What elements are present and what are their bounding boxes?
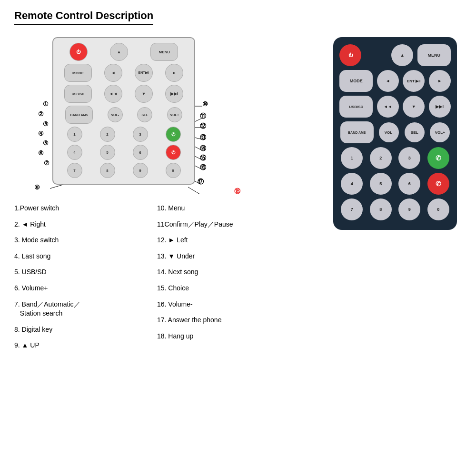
diag-left-btn[interactable]: ◄ [104,64,122,82]
desc-4: 4. Last song [14,252,138,261]
diag-9-btn[interactable]: 9 [133,163,148,178]
r-6-btn[interactable]: 6 [398,173,420,195]
desc-left: 1.Power switch 2. ◄ Right 3. Mode switch… [14,204,138,357]
r-9-btn[interactable]: 9 [398,198,420,220]
desc-15: 15. Choice [157,284,281,293]
label-12: ⑫ [200,122,206,130]
diag-up-btn[interactable]: ▲ [110,43,128,61]
r-4-btn[interactable]: 4 [341,173,363,195]
r-down-btn[interactable]: ▼ [403,96,425,118]
r-0-btn[interactable]: 0 [427,198,449,220]
r-2-btn[interactable]: 2 [370,147,392,169]
diag-hangup-btn[interactable]: ✆ [166,145,181,160]
r-menu-btn[interactable]: MENU [417,44,451,66]
desc-11: 11Confirm／Play／Pause [157,220,281,229]
r-3-btn[interactable]: 3 [398,147,420,169]
diag-5-btn[interactable]: 5 [100,145,115,160]
diag-3-btn[interactable]: 3 [133,127,148,142]
label-1: ① [43,100,49,108]
diag-1-btn[interactable]: 1 [67,127,82,142]
label-5: ⑤ [43,139,49,147]
label-16: ⑯ [200,163,206,172]
diag-prev-btn[interactable]: ◄◄ [104,85,122,103]
label-14: ⑭ [200,144,206,153]
desc-8: 8. Digital key [14,325,138,335]
diag-sel-btn[interactable]: SEL [137,107,152,122]
diag-ent-btn[interactable]: ENT▶II [135,64,153,82]
desc-6: 6. Volume+ [14,284,138,293]
desc-3: 3. Mode switch [14,236,138,245]
desc-5: 5. USB/SD [14,268,138,277]
r-7-btn[interactable]: 7 [341,198,363,220]
diag-down-btn[interactable]: ▼ [135,85,153,103]
r-1-btn[interactable]: 1 [341,147,363,169]
diag-4-btn[interactable]: 4 [67,145,82,160]
diag-8-btn[interactable]: 8 [100,163,115,178]
label-13: ⑬ [200,133,206,142]
label-17: ⑰ [198,178,204,186]
label-8: ⑧ [34,184,40,191]
r-ent-btn[interactable]: ENT ▶II [403,70,425,92]
diag-2-btn[interactable]: 2 [100,127,115,142]
diag-usbsd-btn[interactable]: USB/SD [64,85,92,103]
r-up-btn[interactable]: ▲ [391,44,413,66]
r-answer-btn[interactable]: ✆ [427,147,449,169]
desc-12: 12. ► Left [157,236,281,245]
diag-power-btn[interactable]: ⏻ [69,43,88,61]
diag-right-btn[interactable]: ► [165,64,183,82]
r-volp-btn[interactable]: VOL+ [430,122,450,142]
r-sel-btn[interactable]: SEL [405,122,425,142]
desc-13: 13. ▼ Under [157,252,281,261]
r-prev-btn[interactable]: ◄◄ [377,96,399,118]
diag-menu-btn[interactable]: MENU [150,43,178,61]
desc-10: 10. Menu [157,204,281,213]
r-right-btn[interactable]: ► [429,70,451,92]
r-band-btn[interactable]: BAND AMS [340,121,374,143]
label-6: ⑥ [38,149,44,157]
diag-answer-btn[interactable]: ✆ [166,127,181,142]
r-left-btn[interactable]: ◄ [377,70,399,92]
diag-next-btn[interactable]: ▶▶I [165,85,183,103]
label-2: ② [38,110,44,118]
diag-band-btn[interactable]: BAND AMS [65,106,93,124]
desc-9: 9. ▲ UP [14,341,138,350]
desc-right: 10. Menu 11Confirm／Play／Pause 12. ► Left… [157,204,281,357]
label-3: ③ [43,120,49,128]
desc-14: 14. Next song [157,268,281,277]
svg-line-17 [188,187,200,194]
desc-1: 1.Power switch [14,204,138,213]
diag-0-btn[interactable]: 0 [166,163,181,178]
r-volm-btn[interactable]: VOL- [379,122,399,142]
r-mode-btn[interactable]: MODE [339,70,373,92]
r-power-btn[interactable]: ⏻ [339,44,361,66]
real-remote-section: ⏻ ▲ MENU MODE ◄ ENT ▶II ► USB/SD ◄◄ ▼ [328,37,462,357]
diag-mode-btn[interactable]: MODE [64,64,92,82]
page-title: Remote Control Description [14,10,153,25]
diag-7-btn[interactable]: 7 [67,163,82,178]
r-next-btn[interactable]: ▶▶I [429,96,451,118]
desc-7: 7. Band／Automatic／ Station search [14,300,138,318]
diag-volp-btn[interactable]: VOL+ [167,107,182,122]
desc-2: 2. ◄ Right [14,220,138,229]
r-8-btn[interactable]: 8 [370,198,392,220]
diag-6-btn[interactable]: 6 [133,145,148,160]
desc-18: 18. Hang up [157,332,281,341]
desc-17: 17. Answer the phone [157,316,281,325]
label-18: ⑱ [234,187,240,196]
label-15: ⑮ [200,154,206,162]
label-7: ⑦ [44,159,50,167]
r-5-btn[interactable]: 5 [370,173,392,195]
real-remote: ⏻ ▲ MENU MODE ◄ ENT ▶II ► USB/SD ◄◄ ▼ [333,37,457,230]
desc-16: 16. Volume- [157,300,281,309]
diag-volm-btn[interactable]: VOL- [108,107,123,122]
r-usbsd-btn[interactable]: USB/SD [339,96,373,118]
label-11: ⑪ [200,112,206,120]
r-hangup-btn[interactable]: ✆ [427,173,449,195]
label-10: ⑩ [202,100,208,108]
label-4: ④ [38,130,44,137]
